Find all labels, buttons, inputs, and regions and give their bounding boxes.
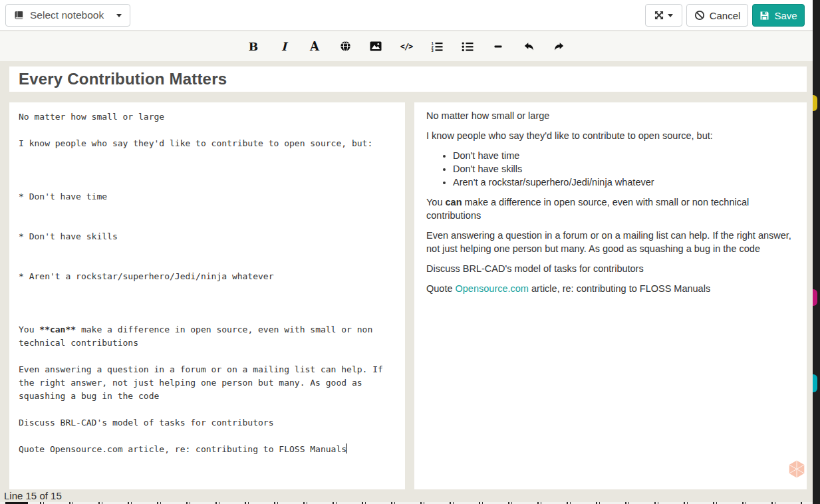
markdown-editor-pane[interactable]: No matter how small or large I know peop… — [9, 102, 405, 489]
bold-button[interactable]: B — [247, 39, 260, 54]
floppy-disk-icon — [759, 11, 769, 21]
hexagon-logo-icon — [787, 460, 806, 478]
preview-paragraph: You can make a difference in open source… — [426, 195, 795, 222]
editor-list-line: * Don't have time — [19, 190, 396, 203]
editor-paragraph: You **can** make a difference in open so… — [19, 323, 396, 350]
preview-paragraph: Even answering a question in a forum or … — [426, 229, 795, 255]
preview-paragraph: I know people who say they'd like to con… — [426, 129, 795, 142]
editor-bold-text: **can** — [39, 324, 76, 334]
editor-list-block: * Don't have time * Don't have skills * … — [19, 164, 396, 310]
list-item: Don't have time — [453, 149, 795, 162]
preview-paragraph: Discuss BRL-CAD's model of tasks for con… — [426, 262, 795, 275]
opensource-link[interactable]: Opensource.com — [456, 283, 529, 294]
svg-text:3: 3 — [432, 48, 434, 51]
image-icon — [370, 41, 382, 51]
notebook-selector-label: Select notebook — [30, 9, 104, 21]
link-button[interactable] — [339, 39, 352, 54]
notebook-selector-button[interactable]: Select notebook — [5, 4, 130, 27]
editor-paragraph: No matter how small or large — [19, 110, 396, 124]
preview-paragraph: No matter how small or large — [426, 109, 795, 122]
undo-icon — [523, 41, 535, 52]
undo-button[interactable] — [522, 39, 535, 54]
editor-text: Quote Opensource.com article, re: contri… — [19, 444, 346, 454]
cancel-button[interactable]: Cancel — [686, 4, 748, 27]
screen-edge-stripe — [813, 0, 820, 504]
editor-paragraph: Quote Opensource.com article, re: contri… — [19, 443, 396, 456]
horizontal-rule-button[interactable] — [491, 39, 505, 54]
redo-icon — [553, 41, 565, 52]
note-title: Every Contribution Matters — [9, 70, 227, 88]
caret-down-icon — [668, 14, 673, 17]
ban-icon — [694, 10, 705, 21]
view-mode-button[interactable] — [645, 4, 682, 27]
italic-button[interactable]: I — [277, 39, 291, 54]
horizontal-rule-icon — [493, 41, 503, 52]
status-line: Line 15 of 15 — [4, 490, 62, 501]
insert-image-button[interactable] — [369, 39, 382, 54]
globe-icon — [340, 41, 351, 52]
top-bar: Select notebook — [0, 0, 813, 31]
save-button[interactable]: Save — [752, 4, 805, 27]
redo-button[interactable] — [553, 39, 566, 54]
formatting-toolbar: B I A — [0, 31, 813, 61]
unordered-list-icon — [462, 41, 474, 52]
edge-mark-magenta — [813, 289, 817, 306]
preview-pane: No matter how small or large I know peop… — [414, 102, 807, 489]
edge-mark-yellow — [813, 95, 817, 111]
editor-list-line: * Aren't a rockstar/superhero/Jedi/ninja… — [19, 270, 396, 283]
code-icon: </> — [400, 42, 413, 51]
book-icon — [14, 11, 24, 21]
ordered-list-icon: 1 2 3 — [431, 41, 443, 52]
editor-text: You — [19, 324, 39, 334]
cancel-label: Cancel — [710, 10, 741, 21]
heading-button[interactable]: A — [308, 39, 321, 54]
editor-paragraph: Even answering a question in a forum or … — [19, 363, 396, 403]
top-bar-actions: Cancel Save — [645, 4, 805, 27]
editor-paragraph: I know people who say they'd like to con… — [19, 137, 396, 150]
bold-icon: B — [249, 40, 258, 53]
note-title-bar: Every Contribution Matters — [9, 66, 807, 92]
caret-down-icon — [116, 14, 122, 17]
save-label: Save — [774, 10, 797, 21]
list-item: Aren't a rockstar/superhero/Jedi/ninja w… — [453, 176, 795, 189]
ordered-list-button[interactable]: 1 2 3 — [430, 39, 444, 54]
text-cursor — [346, 443, 347, 453]
list-item: Don't have skills — [453, 162, 795, 176]
code-button[interactable]: </> — [400, 39, 413, 54]
unordered-list-button[interactable] — [461, 39, 474, 54]
preview-text: Quote — [426, 283, 456, 294]
preview-paragraph: Quote Opensource.com article, re: contri… — [426, 282, 795, 295]
editor-list-line: * Don't have skills — [19, 230, 396, 243]
expand-arrows-icon — [654, 11, 664, 20]
preview-bold-text: can — [446, 197, 462, 207]
preview-text: make a difference in open source, even w… — [426, 197, 749, 221]
preview-text: You — [426, 197, 446, 207]
italic-icon: I — [281, 40, 287, 53]
edge-mark-cyan — [813, 374, 817, 392]
bullet-list: Don't have time Don't have skills Aren't… — [426, 149, 795, 189]
editor-paragraph: Discuss BRL-CAD's model of tasks for con… — [19, 416, 396, 430]
heading-icon: A — [310, 39, 319, 53]
preview-text: article, re: contributing to FLOSS Manua… — [529, 283, 710, 294]
